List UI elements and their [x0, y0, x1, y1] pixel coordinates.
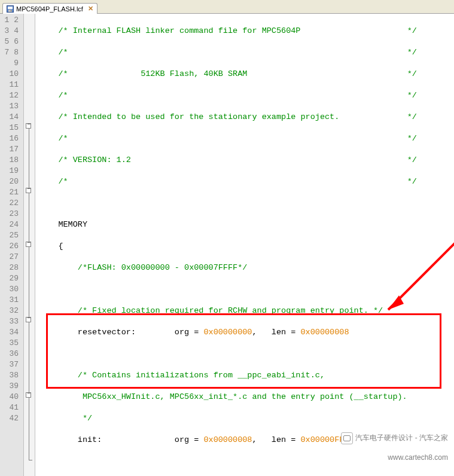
fold-toggle-icon[interactable]	[26, 317, 31, 322]
brace-text: {	[39, 242, 63, 251]
comment-text: /* */	[39, 91, 417, 100]
svg-rect-2	[8, 10, 12, 12]
comment-text: /* */	[39, 48, 417, 57]
hex-literal: 0x00000000	[203, 328, 252, 337]
svg-rect-3	[11, 10, 11, 11]
comment-text: MPC56xx_HWInit.c, MPC56xx_init_*.c and t…	[39, 392, 407, 401]
code-text: resetvector: org =	[39, 328, 203, 337]
watermark-text: 汽车电子硬件设计 - 汽车之家 www.cartech8.com	[329, 423, 448, 471]
hex-literal: 0x00000008	[203, 435, 252, 444]
fold-margin	[24, 14, 35, 476]
comment-text: /* Fixed location required for RCHW and …	[39, 306, 383, 315]
fold-toggle-icon[interactable]	[26, 188, 31, 193]
keyword-text: MEMORY	[39, 220, 87, 229]
fold-end-icon	[29, 460, 32, 460]
comment-text: /* Intended to be used for the stationar…	[39, 112, 417, 121]
comment-text: /* */	[39, 177, 417, 186]
code-text-area[interactable]: /* Internal FLASH linker command file fo…	[35, 14, 454, 476]
editor-area: 1 2 3 4 5 6 7 8 9 10 11 12 13 14 15 16 1…	[0, 14, 454, 476]
wechat-logo-icon	[341, 432, 353, 444]
code-text: , len =	[252, 328, 300, 337]
tab-filename: MPC5604P_FLASH.lcf	[16, 5, 83, 13]
line-number-gutter: 1 2 3 4 5 6 7 8 9 10 11 12 13 14 15 16 1…	[0, 14, 24, 476]
watermark-line2: www.cartech8.com	[388, 453, 448, 462]
fold-toggle-icon[interactable]	[26, 123, 31, 129]
code-text: init: org =	[39, 435, 203, 444]
code-text: , len =	[252, 435, 300, 444]
file-tab-active[interactable]: MPC5604P_FLASH.lcf ✕	[2, 3, 97, 14]
comment-text: /* Internal FLASH linker command file fo…	[39, 26, 417, 35]
comment-text: /* VERSION: 1.2 */	[39, 155, 417, 164]
watermark-line1: 汽车电子硬件设计 - 汽车之家	[355, 434, 448, 442]
svg-rect-1	[8, 7, 13, 9]
fold-guide-line	[29, 129, 29, 460]
comment-text: */	[39, 414, 92, 423]
comment-text: /* Contains initializations from __ppc_e…	[39, 371, 325, 380]
close-icon[interactable]: ✕	[88, 5, 93, 13]
fold-toggle-icon[interactable]	[26, 392, 31, 398]
fold-toggle-icon[interactable]	[26, 242, 31, 247]
tab-bar: MPC5604P_FLASH.lcf ✕	[0, 0, 454, 14]
comment-text: /* */	[39, 134, 417, 143]
hex-literal: 0x00000008	[300, 328, 349, 337]
comment-text: /* 512KB Flash, 40KB SRAM */	[39, 69, 417, 78]
comment-text: /*FLASH: 0x00000000 - 0x00007FFFF*/	[39, 263, 247, 272]
disk-icon	[7, 5, 14, 13]
